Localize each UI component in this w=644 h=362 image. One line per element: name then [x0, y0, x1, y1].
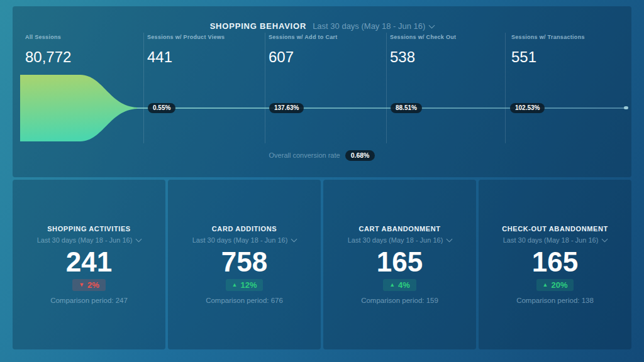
comparison-period: Comparison period: 676	[206, 297, 283, 304]
conversion-line-end	[624, 106, 628, 109]
card-value: 241	[66, 246, 112, 278]
column-divider	[505, 33, 506, 143]
delta-badge: ▲ 12%	[226, 279, 264, 291]
funnel-stage-product-views: Sessions w/ Product Views 441	[147, 34, 225, 66]
card-value: 165	[532, 246, 578, 278]
card-date-label: Last 30 days (May 18 - Jun 16)	[503, 236, 599, 244]
stage-value: 538	[390, 48, 456, 66]
card-title: CHECK-OUT ABANDONMENT	[502, 225, 608, 233]
card-value: 165	[377, 246, 423, 278]
stage-label: Sessions w/ Add to Cart	[269, 34, 338, 40]
column-divider	[265, 33, 265, 143]
card-title: CART ABANDONMENT	[358, 225, 440, 233]
kpi-card-checkout-abandonment[interactable]: CHECK-OUT ABANDONMENT Last 30 days (May …	[479, 180, 631, 349]
delta-badge: ▲ 20%	[536, 279, 574, 291]
stage-value: 551	[511, 48, 585, 66]
delta-value: 4%	[398, 281, 410, 289]
comparison-period: Comparison period: 159	[361, 297, 438, 304]
chevron-down-icon	[602, 236, 608, 242]
trend-up-icon: ▲	[543, 282, 548, 288]
overall-conversion-badge: 0.68%	[345, 150, 375, 161]
trend-up-icon: ▲	[389, 282, 395, 288]
stage-value: 80,772	[25, 48, 71, 66]
chevron-down-icon	[429, 22, 435, 28]
card-title: CARD ADDITIONS	[212, 225, 277, 233]
kpi-card-row: SHOPPING ACTIVITIES Last 30 days (May 18…	[13, 180, 631, 349]
delta-badge: ▲ 4%	[383, 279, 416, 291]
chevron-down-icon	[291, 236, 297, 242]
trend-down-icon: ▼	[79, 282, 84, 288]
date-range-label: Last 30 days (May 18 - Jun 16)	[313, 21, 425, 31]
panel-title: SHOPPING BEHAVIOR	[210, 21, 307, 31]
card-value: 758	[221, 246, 267, 278]
overall-conversion-label: Overall conversion rate	[269, 151, 340, 159]
trend-up-icon: ▲	[232, 282, 238, 288]
conversion-rate-badge: 88.51%	[391, 103, 422, 113]
delta-value: 2%	[87, 281, 99, 289]
kpi-card-card-additions[interactable]: CARD ADDITIONS Last 30 days (May 18 - Ju…	[168, 180, 321, 349]
stage-label: Sessions w/ Product Views	[147, 34, 225, 40]
column-divider	[143, 33, 144, 143]
stage-value: 441	[147, 48, 225, 66]
conversion-line	[136, 107, 628, 109]
card-date-dropdown[interactable]: Last 30 days (May 18 - Jun 16)	[192, 236, 297, 244]
date-range-dropdown[interactable]: Last 30 days (May 18 - Jun 16)	[313, 21, 434, 31]
kpi-card-shopping-activities[interactable]: SHOPPING ACTIVITIES Last 30 days (May 18…	[13, 180, 165, 349]
card-date-label: Last 30 days (May 18 - Jun 16)	[192, 236, 288, 244]
delta-value: 20%	[551, 281, 567, 289]
funnel-stage-check-out: Sessions w/ Check Out 538	[390, 34, 456, 66]
conversion-rate-badge: 102.53%	[510, 103, 545, 113]
stage-label: Sessions w/ Check Out	[390, 34, 456, 40]
card-date-dropdown[interactable]: Last 30 days (May 18 - Jun 16)	[348, 236, 452, 244]
column-divider	[386, 33, 387, 143]
comparison-period: Comparison period: 247	[50, 297, 128, 304]
card-date-label: Last 30 days (May 18 - Jun 16)	[37, 236, 133, 244]
card-title: SHOPPING ACTIVITIES	[47, 225, 131, 233]
funnel-stage-all-sessions: All Sessions 80,772	[25, 34, 71, 66]
shopping-behavior-panel: SHOPPING BEHAVIOR Last 30 days (May 18 -…	[13, 6, 631, 177]
stage-label: All Sessions	[25, 34, 71, 40]
kpi-card-cart-abandonment[interactable]: CART ABANDONMENT Last 30 days (May 18 - …	[323, 180, 476, 349]
funnel-shape	[20, 75, 137, 141]
panel-header: SHOPPING BEHAVIOR Last 30 days (May 18 -…	[13, 21, 631, 31]
chevron-down-icon	[447, 236, 453, 242]
chevron-down-icon	[136, 236, 142, 242]
funnel-stage-add-to-cart: Sessions w/ Add to Cart 607	[269, 34, 338, 66]
delta-badge: ▼ 2%	[72, 279, 106, 291]
conversion-rate-badge: 0.55%	[148, 103, 175, 113]
card-date-dropdown[interactable]: Last 30 days (May 18 - Jun 16)	[503, 236, 608, 244]
stage-label: Sessions w/ Transactions	[511, 34, 585, 40]
card-date-dropdown[interactable]: Last 30 days (May 18 - Jun 16)	[37, 236, 142, 244]
conversion-rate-badge: 137.63%	[269, 103, 304, 113]
stage-value: 607	[269, 48, 338, 66]
overall-conversion-row: Overall conversion rate 0.68%	[13, 150, 631, 161]
card-date-label: Last 30 days (May 18 - Jun 16)	[348, 236, 443, 244]
comparison-period: Comparison period: 138	[516, 297, 594, 304]
funnel-stage-transactions: Sessions w/ Transactions 551	[511, 34, 585, 66]
delta-value: 12%	[240, 281, 257, 289]
